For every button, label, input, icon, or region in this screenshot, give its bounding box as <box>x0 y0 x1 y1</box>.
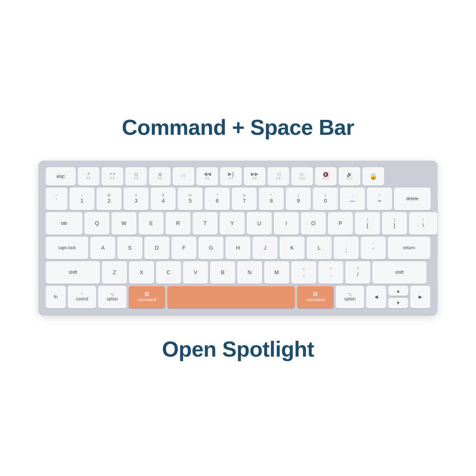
key-option-right: ⌥ option <box>336 286 364 308</box>
key-f2: ☀☀ F2 <box>102 167 123 186</box>
key-quote: " ' <box>361 237 386 259</box>
key-bracket-close: } ] <box>382 212 407 235</box>
key-n: N <box>237 261 262 284</box>
key-f10: ▷ F10 <box>291 167 313 186</box>
key-s: S <box>117 237 142 259</box>
key-shift-right: shift <box>372 261 426 284</box>
key-6: ^ 6 <box>205 188 230 210</box>
arrow-cluster: ◀ ▲ ▼ ▶ <box>366 286 430 308</box>
key-c: C <box>156 261 181 284</box>
key-bracket-open: { [ <box>355 212 380 235</box>
key-u: U <box>247 212 272 235</box>
keyboard: esc ☀ F1 ☀☀ F2 ⊡ F3 ⊞ F4 F5 ◀◀ F6 ▶‖ F7 <box>38 161 438 316</box>
key-f5: F5 <box>173 167 194 186</box>
key-4: $ 4 <box>151 188 176 210</box>
key-minus: _ — <box>340 188 365 210</box>
key-tilde: ~ ` <box>46 188 67 210</box>
key-tab: tab <box>46 212 82 235</box>
key-command-left: ⌘ command <box>129 286 165 308</box>
key-m: M <box>264 261 289 284</box>
key-f1: ☀ F1 <box>78 167 99 186</box>
key-v: V <box>183 261 208 284</box>
key-f3: ⊡ F3 <box>125 167 147 186</box>
key-fn: fn <box>46 286 66 308</box>
key-period: > . <box>318 261 343 284</box>
key-f: F <box>171 237 196 259</box>
key-5: % 5 <box>178 188 203 210</box>
key-q: Q <box>84 212 109 235</box>
key-y: Y <box>220 212 245 235</box>
key-w: W <box>112 212 136 235</box>
key-i: I <box>274 212 299 235</box>
arrow-up-down: ▲ ▼ <box>388 286 408 308</box>
page-title: Command + Space Bar <box>122 115 354 140</box>
key-o: O <box>301 212 326 235</box>
key-f9: ◁ F9 <box>268 167 289 186</box>
key-option-left: ⌥ option <box>98 286 126 308</box>
bottom-row: fn ^ control ⌥ option ⌘ command ⌘ comman… <box>46 286 430 308</box>
key-f8: ▶▶ F8 <box>244 167 265 186</box>
key-b: B <box>210 261 235 284</box>
key-2: @ 2 <box>97 188 121 210</box>
key-f11: 🔇 F11 <box>315 167 337 186</box>
key-command-right: ⌘ command <box>297 286 334 308</box>
zxcv-row: shift Z X C V B N M < , > . ? / shift <box>46 261 430 284</box>
key-control: ^ control <box>68 286 96 308</box>
key-l: L <box>307 237 332 259</box>
key-capslock: · caps lock <box>46 237 88 259</box>
key-delete: delete <box>394 188 431 210</box>
key-slash: ? / <box>345 261 370 284</box>
key-f12: 🔊 F12 <box>339 167 360 186</box>
qwerty-row: tab Q W E R T Y U I O P { [ } ] | \ <box>46 212 430 235</box>
key-equals: + = <box>367 188 392 210</box>
key-esc: esc <box>46 167 76 186</box>
fn-row: esc ☀ F1 ☀☀ F2 ⊡ F3 ⊞ F4 F5 ◀◀ F6 ▶‖ F7 <box>46 167 430 186</box>
key-a: A <box>90 237 115 259</box>
key-arrow-right: ▶ <box>410 286 430 308</box>
key-g: G <box>198 237 223 259</box>
key-8: * 8 <box>259 188 284 210</box>
key-9: ( 9 <box>286 188 311 210</box>
key-semicolon: : ; <box>334 237 359 259</box>
asdf-row: · caps lock A S D F G H J K L : ; " ' re… <box>46 237 430 259</box>
page-subtitle: Open Spotlight <box>162 337 314 362</box>
key-1: ! 1 <box>69 188 94 210</box>
key-7: & 7 <box>232 188 257 210</box>
key-0: ) 0 <box>313 188 338 210</box>
key-arrow-left: ◀ <box>366 286 386 308</box>
key-arrow-down: ▼ <box>388 298 408 308</box>
key-f6: ◀◀ F6 <box>196 167 218 186</box>
key-return: return <box>388 237 430 259</box>
key-z: Z <box>102 261 127 284</box>
key-x: X <box>129 261 154 284</box>
key-r: R <box>166 212 191 235</box>
key-k: K <box>280 237 305 259</box>
key-f4: ⊞ F4 <box>149 167 171 186</box>
key-j: J <box>253 237 278 259</box>
key-p: P <box>328 212 353 235</box>
key-h: H <box>226 237 250 259</box>
key-arrow-up: ▲ <box>388 286 408 296</box>
key-spacebar <box>167 286 295 308</box>
key-comma: < , <box>291 261 316 284</box>
number-row: ~ ` ! 1 @ 2 # 3 $ 4 % 5 ^ 6 & 7 <box>46 188 430 210</box>
key-f7: ▶‖ F7 <box>220 167 242 186</box>
key-e: E <box>139 212 164 235</box>
key-lock: 🔒 <box>362 167 384 186</box>
key-d: D <box>144 237 169 259</box>
key-3: # 3 <box>124 188 149 210</box>
key-shift-left: shift <box>46 261 100 284</box>
key-t: T <box>193 212 218 235</box>
key-backslash: | \ <box>409 212 437 235</box>
